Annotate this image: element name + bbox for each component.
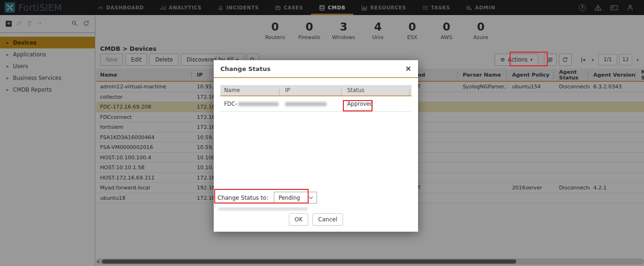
cancel-button[interactable]: Cancel	[312, 213, 343, 226]
redacted-device-name	[238, 102, 279, 106]
fortisiem-app: FortiSIEM DASHBOARD ANALYTICS INCIDENTS …	[0, 0, 644, 266]
redacted-text-line	[218, 208, 308, 210]
redacted-device-ip	[285, 102, 326, 106]
dialog-column-status[interactable]: Status	[343, 87, 411, 94]
device-name-prefix: FDC-	[224, 101, 237, 107]
dialog-buttons: OK Cancel	[214, 213, 418, 226]
ok-button[interactable]: OK	[289, 213, 308, 226]
dialog-table-row[interactable]: FDC- Approved	[220, 96, 411, 112]
status-select[interactable]: Pending	[274, 192, 317, 203]
device-status: Approved	[343, 101, 411, 107]
chevron-down-icon	[309, 195, 313, 199]
dialog-device-table: Name IP Status FDC- Approved	[220, 85, 411, 112]
change-status-control: Change Status to: Pending	[217, 192, 317, 203]
dialog-header: Change Status ×	[214, 60, 418, 78]
dialog-table-header: Name IP Status	[220, 85, 411, 96]
status-select-value: Pending	[279, 195, 300, 201]
dialog-title: Change Status	[220, 65, 271, 72]
change-status-label: Change Status to:	[217, 195, 268, 201]
dialog-column-ip[interactable]: IP	[281, 87, 343, 94]
change-status-dialog: Change Status × Name IP Status FDC- Appr…	[214, 60, 418, 232]
dialog-column-name[interactable]: Name	[220, 87, 281, 94]
close-icon[interactable]: ×	[405, 65, 411, 72]
